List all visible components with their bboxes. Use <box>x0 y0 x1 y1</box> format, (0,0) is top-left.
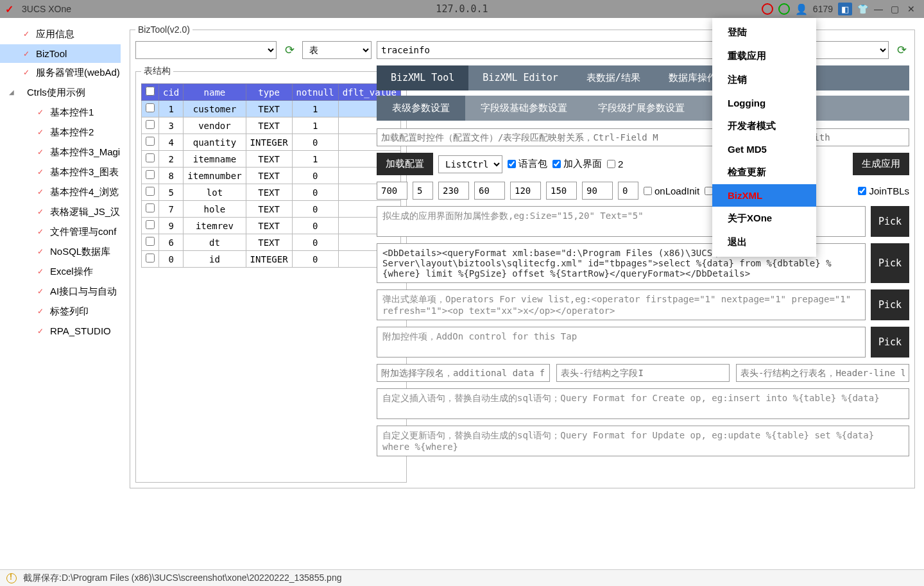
sidebar-item-excel[interactable]: ✓Excel操作 <box>0 262 121 282</box>
table-row[interactable]: 4quantityINTEGER0 <box>142 134 401 151</box>
select-all-checkbox[interactable] <box>146 87 155 96</box>
pick-4[interactable]: Pick <box>871 327 909 358</box>
triple-2[interactable] <box>556 364 730 382</box>
tab-bizxml-tool[interactable]: BizXML Tool <box>377 65 468 90</box>
sidebar-item-rpa[interactable]: ✓RPA_STUDIO <box>0 322 121 340</box>
db-select[interactable] <box>135 41 277 59</box>
refresh-db-icon[interactable]: ⟳ <box>282 42 297 58</box>
col-name[interactable]: name <box>184 84 246 101</box>
table-row[interactable]: 1customerTEXT1 <box>142 101 401 117</box>
menu-bizxml[interactable]: BizXML <box>712 184 816 207</box>
ta-operators[interactable]: 弹出式菜单项，Operators For view list,eg:<opera… <box>377 289 866 320</box>
sidebar-item-basic4-browse[interactable]: ✓基本控件4_浏览 <box>0 182 121 202</box>
triple-1[interactable] <box>377 364 550 382</box>
shirt-icon[interactable]: 👕 <box>857 4 869 14</box>
onload-checkbox[interactable]: onLoadInit <box>644 185 699 196</box>
row-checkbox[interactable] <box>146 187 155 196</box>
n0[interactable] <box>618 182 638 200</box>
trace-input[interactable] <box>377 41 723 59</box>
menu-logout[interactable]: 注销 <box>712 68 816 92</box>
status-red-icon <box>762 3 773 15</box>
menu-login[interactable]: 登陆 <box>712 21 816 44</box>
n700[interactable] <box>377 182 407 200</box>
table-row[interactable]: 0idINTEGER0 <box>142 251 401 268</box>
lang-checkbox[interactable]: 语言包 <box>508 158 547 170</box>
window-popup-icon[interactable]: ◧ <box>838 3 852 15</box>
col-notnull[interactable]: notnull <box>292 84 338 101</box>
load-config-button[interactable]: 加载配置 <box>377 153 433 175</box>
table-row[interactable]: 9itemrevTEXT0 <box>142 218 401 234</box>
sidebar-item-basic2[interactable]: ✓基本控件2 <box>0 123 121 142</box>
table-select[interactable]: 表 <box>302 41 372 59</box>
sidebar-item-ai[interactable]: ✓AI接口与与自动 <box>0 282 121 302</box>
joinui-checkbox[interactable]: 加入界面 <box>552 158 602 170</box>
table-row[interactable]: 7holeTEXT0 <box>142 201 401 218</box>
sidebar-item-table-logic[interactable]: ✓表格逻辑_JS_汉 <box>0 202 121 222</box>
row-checkbox[interactable] <box>146 153 155 162</box>
ta-update[interactable]: 自定义更新语句，替换自动生成的sql语句；Query Format for Up… <box>377 426 909 456</box>
sidebar-item-basic3-chart[interactable]: ✓基本控件3_图表 <box>0 162 121 182</box>
table-row[interactable]: 8itemnumberTEXT0 <box>142 168 401 184</box>
gen-app-button[interactable]: 生成应用 <box>853 153 909 175</box>
close-icon[interactable]: ✕ <box>907 4 919 14</box>
row-checkbox[interactable] <box>146 237 155 246</box>
sidebar-item-file-conf[interactable]: ✓文件管理与conf <box>0 222 121 242</box>
row-checkbox[interactable] <box>146 120 155 129</box>
refresh-right-icon[interactable]: ⟳ <box>894 42 909 58</box>
table-row[interactable]: 6dtTEXT0 <box>142 234 401 251</box>
menu-get-md5[interactable]: Get MD5 <box>712 138 816 160</box>
subtab-table-level[interactable]: 表级参数设置 <box>377 96 465 121</box>
menu-check-update[interactable]: 检查更新 <box>712 160 816 184</box>
tab-bizxml-editor[interactable]: BizXML Editor <box>468 65 572 90</box>
row-checkbox[interactable] <box>146 170 155 179</box>
subtab-field-basic[interactable]: 字段级基础参数设置 <box>465 96 583 121</box>
sidebar-item-app-info[interactable]: ✓应用信息 <box>0 24 121 44</box>
n150[interactable] <box>546 182 577 200</box>
maximize-icon[interactable]: ▢ <box>891 4 902 14</box>
struct-legend: 表结构 <box>141 65 173 77</box>
user-icon: 👤 <box>795 3 808 15</box>
sidebar-item-nosql[interactable]: ✓NoSQL数据库 <box>0 242 121 262</box>
sidebar-item-ctrls-demo[interactable]: ◢Ctrls使用示例 <box>0 83 121 103</box>
ta-addon[interactable]: 附加控件项，AddOn control for this Tap <box>377 327 866 358</box>
n5[interactable] <box>413 182 433 200</box>
pick-2[interactable]: Pick <box>871 243 909 283</box>
sidebar-item-biztool[interactable]: ✓BizTool <box>0 44 121 63</box>
sidebar-item-basic3-magi[interactable]: ✓基本控件3_Magi <box>0 142 121 162</box>
row-checkbox[interactable] <box>146 103 155 112</box>
table-row[interactable]: 2itemnameTEXT1 <box>142 151 401 168</box>
sidebar-item-basic1[interactable]: ✓基本控件1 <box>0 103 121 123</box>
pick-3[interactable]: Pick <box>871 289 909 320</box>
ta-insert[interactable]: 自定义插入语句，替换自动生成的sql语句；Query Format for Cr… <box>377 388 909 419</box>
table-row[interactable]: 3vendorTEXT1 <box>142 117 401 134</box>
tab-table-data[interactable]: 表数据/结果 <box>572 65 654 90</box>
menu-about[interactable]: 关于XOne <box>712 207 816 230</box>
num2-checkbox[interactable]: 2 <box>607 159 623 169</box>
minimize-icon[interactable]: — <box>874 4 886 14</box>
menu-exit[interactable]: 退出 <box>712 230 816 254</box>
n60[interactable] <box>474 182 505 200</box>
menu-logging[interactable]: Logging <box>712 92 816 114</box>
row-checkbox[interactable] <box>146 137 155 146</box>
row-checkbox[interactable] <box>146 220 155 229</box>
biztool-legend: BizTool(v2.0) <box>135 24 193 35</box>
listctrl-select[interactable]: ListCtrl <box>438 155 502 173</box>
pick-1[interactable]: Pick <box>871 206 909 237</box>
mapping-input[interactable] <box>377 128 750 146</box>
col-type[interactable]: type <box>246 84 292 101</box>
dropdown-menu: 登陆 重载应用 注销 Logging 开发者模式 Get MD5 检查更新 Bi… <box>712 18 816 257</box>
jointbls-checkbox[interactable]: JoinTBLs <box>858 185 909 196</box>
row-checkbox[interactable] <box>146 254 155 263</box>
sidebar-item-label-print[interactable]: ✓标签列印 <box>0 302 121 322</box>
triple-3[interactable] <box>736 364 909 382</box>
row-checkbox[interactable] <box>146 203 155 212</box>
sidebar-item-server-mgmt[interactable]: ✓服务器管理(webAd) <box>0 63 121 83</box>
n120[interactable] <box>510 182 541 200</box>
menu-dev-mode[interactable]: 开发者模式 <box>712 114 816 138</box>
col-cid[interactable]: cid <box>159 84 184 101</box>
n230[interactable] <box>438 182 469 200</box>
subtab-field-ext[interactable]: 字段级扩展参数设置 <box>583 96 700 121</box>
menu-reload[interactable]: 重载应用 <box>712 44 816 68</box>
n90[interactable] <box>582 182 613 200</box>
table-row[interactable]: 5lotTEXT0 <box>142 184 401 201</box>
